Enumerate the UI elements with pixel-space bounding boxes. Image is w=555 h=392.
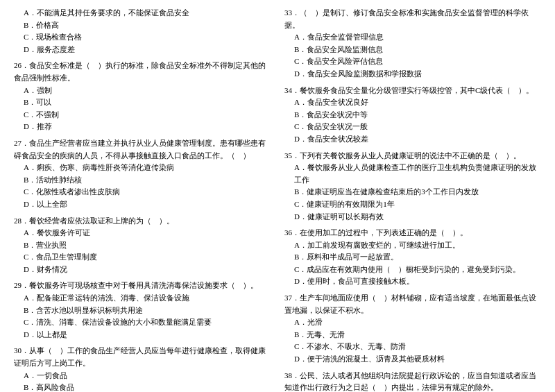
q34-option-b: B．食品安全状况中等 (284, 109, 541, 121)
q26-option-b: B．可以 (14, 96, 271, 109)
q26-option-a: A．强制 (14, 85, 271, 97)
right-column: 33．（ ）是制订、修订食品安全标准和实施食品安全监督管理的科学依据。 A．食品… (284, 7, 541, 392)
option-b-prev: B．价格高 (14, 19, 271, 32)
q28-option-b: B．营业执照 (14, 239, 271, 252)
question-28-title: 28．餐饮经营者应依法取证和上牌的为（ ）。 (14, 215, 271, 228)
q36-option-d: D．使用时，食品可直接接触木板。 (284, 275, 541, 288)
question-37: 37．生产车间地面应使用（ ）材料铺砌，应有适当坡度，在地面最低点设置地漏，以保… (284, 292, 541, 366)
option-a-prev: A．不能满足其持任务要求的，不能保证食品安全 (14, 7, 271, 19)
question-28: 28．餐饮经营者应依法取证和上牌的为（ ）。 A．餐饮服务许可证 B．营业执照 … (14, 215, 271, 276)
q-prev-options: A．不能满足其持任务要求的，不能保证食品安全 B．价格高 C．现场检查合格 D．… (14, 7, 271, 56)
q28-option-a: A．餐饮服务许可证 (14, 227, 271, 239)
question-35-title: 35．下列有关餐饮服务从业人员健康证明的说法中不正确的是（ ）。 (284, 150, 541, 162)
question-35: 35．下列有关餐饮服务从业人员健康证明的说法中不正确的是（ ）。 A．餐饮服务从… (284, 150, 541, 223)
question-34-title: 34．餐饮服务食品安全量化分级管理实行等级控管，其中C级代表（ ）。 (284, 85, 541, 97)
q35-option-d: D．健康证明可以长期有效 (284, 211, 541, 223)
q33-option-a: A．食品安全监督管理信息 (284, 31, 541, 44)
q29-option-c: C．清洗、消毒、保洁设备设施的大小和数量能满足需要 (14, 316, 271, 329)
question-29: 29．餐饮服务许可现场核查中对于餐用具清洗消毒保洁设施要求（ ）。 A．配备能正… (14, 280, 271, 341)
q33-option-b: B．食品安全风险监测信息 (284, 44, 541, 56)
q36-option-c: C．成品应在有效期内使用（ ）橱柜受到污染的，避免受到污染。 (284, 264, 541, 276)
q27-option-c: C．化脓性或者渗出性皮肤病 (14, 186, 271, 198)
question-29-title: 29．餐饮服务许可现场核查中对于餐用具清洗消毒保洁设施要求（ ）。 (14, 280, 271, 292)
question-36-title: 36．在使用加工的过程中，下列表述正确的是（ ）。 (284, 227, 541, 239)
q35-option-a: A．餐饮服务从业人员健康检查工作的医疗卫生机构负责健康证明的发放工作 (284, 162, 541, 186)
question-30-title: 30．从事（ ）工作的食品生产经营人员应当每年进行健康检查，取得健康证明后方可上… (14, 345, 271, 369)
question-36: 36．在使用加工的过程中，下列表述正确的是（ ）。 A．加工前发现有腐败变烂的，… (284, 227, 541, 288)
q36-option-a: A．加工前发现有腐败变烂的，可继续进行加工。 (284, 239, 541, 252)
q34-option-d: D．食品安全状况较差 (284, 133, 541, 146)
question-33-title: 33．（ ）是制订、修订食品安全标准和实施食品安全监督管理的科学依据。 (284, 7, 541, 31)
q37-option-c: C．不渗水、不吸水、无毒、防滑 (284, 341, 541, 353)
q27-option-d: D．以上全部 (14, 198, 271, 211)
question-30: 30．从事（ ）工作的食品生产经营人员应当每年进行健康检查，取得健康证明后方可上… (14, 345, 271, 392)
question-27-title: 27．食品生产经营者应当建立并执行从业人员健康管理制度。患有哪些患有碍食品安全的… (14, 137, 271, 162)
question-33: 33．（ ）是制订、修订食品安全标准和实施食品安全监督管理的科学依据。 A．食品… (284, 7, 541, 80)
q27-option-b: B．活动性肺结核 (14, 174, 271, 187)
q29-option-d: D．以上都是 (14, 329, 271, 341)
q33-option-d: D．食品安全风险监测数据和学报数据 (284, 68, 541, 80)
question-27: 27．食品生产经营者应当建立并执行从业人员健康管理制度。患有哪些患有碍食品安全的… (14, 137, 271, 211)
question-38: 38．公民、法人或者其他组织向法院提起行政诉讼的，应当自知道或者应当知道作出行政… (284, 370, 541, 392)
q35-option-c: C．健康证明的有效期限为1年 (284, 198, 541, 211)
q26-option-d: D．推荐 (14, 121, 271, 133)
question-26-title: 26．食品安全标准是（ ）执行的标准，除食品安全标准外不得制定其他的食品强制性标… (14, 60, 271, 84)
q29-option-b: B．含苦水池以明显标识标明共用途 (14, 305, 271, 317)
q28-option-c: C．食品卫生管理制度 (14, 251, 271, 264)
q28-option-d: D．财务情况 (14, 264, 271, 276)
q33-option-c: C．食品安全风险评估信息 (284, 56, 541, 68)
question-34: 34．餐饮服务食品安全量化分级管理实行等级控管，其中C级代表（ ）。 A．食品安… (284, 85, 541, 146)
q34-option-c: C．食品安全状况一般 (284, 121, 541, 133)
q35-option-b: B．健康证明应当在健康检查结束后的3个工作日内发放 (284, 186, 541, 198)
q30-option-b: B．高风险食品 (14, 382, 271, 392)
q37-option-a: A．光滑 (284, 316, 541, 329)
option-c-prev: C．现场检查合格 (14, 31, 271, 44)
q26-option-c: C．不强制 (14, 109, 271, 121)
q34-option-a: A．食品安全状况良好 (284, 96, 541, 109)
page-container: A．不能满足其持任务要求的，不能保证食品安全 B．价格高 C．现场检查合格 D．… (14, 7, 541, 392)
option-d-prev: D．服务态度差 (14, 44, 271, 56)
question-26: 26．食品安全标准是（ ）执行的标准，除食品安全标准外不得制定其他的食品强制性标… (14, 60, 271, 133)
question-37-title: 37．生产车间地面应使用（ ）材料铺砌，应有适当坡度，在地面最低点设置地漏，以保… (284, 292, 541, 316)
q30-option-a: A．一切食品 (14, 370, 271, 382)
q37-option-b: B．无毒、无滑 (284, 329, 541, 341)
q29-option-a: A．配备能正常运转的清洗、消毒、保洁设备设施 (14, 292, 271, 305)
q27-option-a: A．痢疾、伤寒、病毒性肝炎等消化道传染病 (14, 162, 271, 174)
question-38-title: 38．公民、法人或者其他组织向法院提起行政诉讼的，应当自知道或者应当知道作出行政… (284, 370, 541, 392)
q36-option-b: B．原料和半成品可一起放置。 (284, 251, 541, 264)
left-column: A．不能满足其持任务要求的，不能保证食品安全 B．价格高 C．现场检查合格 D．… (14, 7, 271, 392)
q37-option-d: D．便于清洗的混凝土、沥青及其他硬质材料 (284, 353, 541, 366)
